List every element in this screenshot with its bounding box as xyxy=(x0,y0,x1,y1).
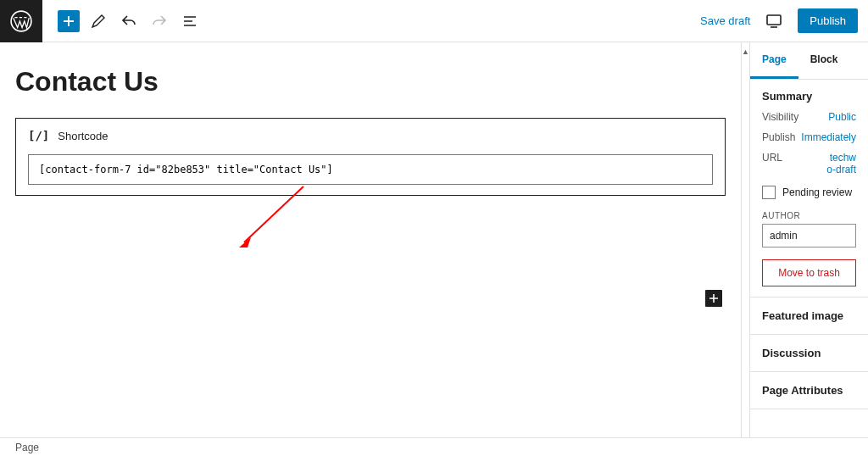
url-value[interactable]: techw o-draft xyxy=(826,152,856,175)
add-block-button[interactable] xyxy=(58,10,80,32)
shortcode-input[interactable] xyxy=(28,154,713,185)
pencil-icon xyxy=(90,13,107,30)
visibility-label: Visibility xyxy=(762,111,798,123)
scroll-up-icon: ▲ xyxy=(742,47,749,56)
settings-sidebar: Page Block Summary Visibility Public Pub… xyxy=(749,42,868,437)
document-tools xyxy=(58,9,202,33)
shortcode-block[interactable]: [/] Shortcode xyxy=(15,118,726,196)
topbar-actions: Save draft Publish xyxy=(700,8,858,33)
tab-page[interactable]: Page xyxy=(750,42,798,79)
svg-marker-3 xyxy=(239,237,251,247)
preview-button[interactable] xyxy=(762,9,786,33)
redo-icon xyxy=(151,13,168,30)
summary-visibility-row: Visibility Public xyxy=(762,111,856,123)
block-appender-button[interactable] xyxy=(705,290,722,307)
plus-icon xyxy=(62,14,75,28)
publish-label: Publish xyxy=(762,131,795,143)
tab-block[interactable]: Block xyxy=(798,42,850,79)
move-to-trash-button[interactable]: Move to trash xyxy=(762,259,856,286)
shortcode-icon: [/] xyxy=(28,129,49,142)
panel-page-attributes[interactable]: Page Attributes xyxy=(750,372,868,409)
undo-button[interactable] xyxy=(117,9,141,33)
visibility-value[interactable]: Public xyxy=(828,111,856,123)
wordpress-logo-button[interactable] xyxy=(0,0,42,42)
list-view-icon xyxy=(181,13,198,30)
pending-review-checkbox[interactable] xyxy=(762,186,776,199)
author-heading: AUTHOR xyxy=(762,211,856,220)
breadcrumb-item[interactable]: Page xyxy=(15,442,39,453)
pending-review-label: Pending review xyxy=(782,186,852,198)
panel-discussion[interactable]: Discussion xyxy=(750,335,868,372)
plus-icon xyxy=(709,293,719,303)
editor-main-layout: Contact Us [/] Shortcode ▲ Page Block Su… xyxy=(0,42,868,437)
panel-summary: Summary Visibility Public Publish Immedi… xyxy=(750,80,868,298)
desktop-icon xyxy=(765,12,783,31)
shortcode-block-label: Shortcode xyxy=(58,130,108,142)
redo-button xyxy=(147,9,171,33)
url-line-1: techw xyxy=(830,152,856,164)
save-draft-button[interactable]: Save draft xyxy=(700,14,750,27)
tools-mode-button[interactable] xyxy=(86,9,110,33)
undo-icon xyxy=(120,13,137,30)
document-overview-button[interactable] xyxy=(178,9,202,33)
shortcode-block-header: [/] Shortcode xyxy=(28,129,713,142)
panel-featured-image[interactable]: Featured image xyxy=(750,298,868,335)
url-label: URL xyxy=(762,152,782,175)
author-select[interactable]: admin xyxy=(762,224,856,247)
editor-scrollbar[interactable]: ▲ xyxy=(741,42,749,437)
publish-button[interactable]: Publish xyxy=(798,8,858,33)
pending-review-row: Pending review xyxy=(762,186,856,199)
summary-publish-row: Publish Immediately xyxy=(762,131,856,143)
svg-rect-1 xyxy=(767,15,781,25)
editor-canvas[interactable]: Contact Us [/] Shortcode xyxy=(0,42,741,437)
publish-value[interactable]: Immediately xyxy=(801,131,856,143)
sidebar-tabs: Page Block xyxy=(750,42,868,80)
page-title[interactable]: Contact Us xyxy=(15,66,726,97)
editor-top-toolbar: Save draft Publish xyxy=(0,0,868,42)
panel-summary-title: Summary xyxy=(762,90,856,103)
block-breadcrumb: Page xyxy=(0,437,868,456)
wordpress-logo-icon xyxy=(10,10,32,32)
summary-url-row: URL techw o-draft xyxy=(762,152,856,175)
url-line-2: o-draft xyxy=(826,164,856,175)
